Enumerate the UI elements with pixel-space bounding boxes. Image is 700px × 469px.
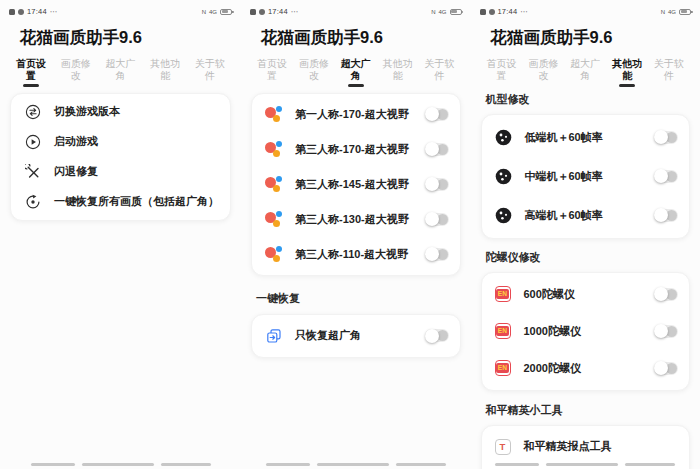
- network-icon: 4G: [668, 9, 676, 15]
- menu-item-label: 切换游戏版本: [54, 104, 219, 119]
- clock: 17:44: [498, 7, 518, 16]
- fov-option-row: 第三人称-170-超大视野: [252, 132, 460, 167]
- gyro-toggle[interactable]: [654, 325, 678, 338]
- tab-other-functions[interactable]: 其他功 能: [612, 58, 642, 87]
- fov-options-card: 第一人称-170-超大视野 第三人称-170-超大视野 第三人称-145-超大视…: [251, 93, 461, 276]
- menu-item-label: 闪退修复: [54, 164, 219, 179]
- tab-other-functions[interactable]: 其他功能: [383, 58, 413, 87]
- colored-dots-icon: [265, 211, 282, 227]
- colored-dots-icon: [265, 106, 282, 122]
- gyro-option-row: EN 600陀螺仪: [482, 276, 690, 313]
- device-model-toggle[interactable]: [654, 209, 678, 222]
- navigation-hint-bars[interactable]: [0, 463, 241, 467]
- network-icon: 4G: [209, 9, 217, 15]
- device-model-row: 低端机＋60帧率: [482, 118, 690, 157]
- page-title: 花猫画质助手9.6: [491, 27, 700, 49]
- tab-quality-mod[interactable]: 画质修改: [528, 58, 558, 87]
- device-model-row: 高端机＋60帧率: [482, 196, 690, 235]
- phone-screen-home: 17:44 ⋯ N 4G 花猫画质助手9.6 首页设 置 画质修改 超大广角 其…: [0, 0, 241, 469]
- tab-about[interactable]: 关于软件: [654, 58, 684, 87]
- t-badge-icon: T: [495, 439, 511, 455]
- cookie-icon: [495, 168, 512, 185]
- fov-option-row: 第三人称-110-超大视野: [252, 237, 460, 272]
- navigation-hint-bars[interactable]: [471, 463, 700, 467]
- phone-screen-wide-angle: 17:44 ⋯ N 4G 花猫画质助手9.6 首页设置 画质修改 超大广 角 其…: [241, 0, 471, 469]
- battery-icon: [679, 9, 691, 15]
- colored-dots-icon: [265, 246, 282, 262]
- launch-game-icon: [24, 133, 41, 150]
- crash-fix-icon: [24, 163, 41, 180]
- tab-bar: 首页设置 画质修改 超大广角 其他功 能 关于软件: [471, 58, 700, 87]
- notification-icon: [18, 9, 24, 15]
- device-model-toggle[interactable]: [654, 131, 678, 144]
- gyro-option-label: 1000陀螺仪: [524, 324, 642, 339]
- tab-wide-angle[interactable]: 超大广角: [570, 58, 600, 87]
- fov-option-label: 第三人称-110-超大视野: [295, 247, 412, 262]
- gyro-option-label: 600陀螺仪: [524, 287, 642, 302]
- gyro-toggle[interactable]: [654, 362, 678, 375]
- section-header-one-key-restore: 一键恢复: [256, 291, 471, 306]
- notification-icon: [259, 9, 265, 15]
- fov-toggle[interactable]: [425, 108, 449, 121]
- fov-option-label: 第一人称-170-超大视野: [295, 107, 412, 122]
- fov-option-row: 第一人称-170-超大视野: [252, 97, 460, 132]
- menu-item-restore-all[interactable]: 一键恢复所有画质（包括超广角）: [11, 187, 230, 217]
- tab-about[interactable]: 关于软件: [425, 58, 455, 87]
- restore-toggle[interactable]: [425, 329, 449, 342]
- tab-quality-mod[interactable]: 画质修改: [61, 58, 91, 87]
- clock: 17:44: [27, 7, 47, 16]
- restore-wide-angle-icon: [265, 327, 282, 344]
- tab-home-settings[interactable]: 首页设置: [487, 58, 517, 87]
- menu-item-label: 启动游戏: [54, 134, 219, 149]
- navigation-hint-bars[interactable]: [241, 463, 471, 467]
- menu-item-launch-game[interactable]: 启动游戏: [11, 127, 230, 157]
- status-bar: 17:44 ⋯ N 4G: [471, 0, 700, 18]
- tab-wide-angle[interactable]: 超大广角: [106, 58, 136, 87]
- gyro-option-label: 2000陀螺仪: [524, 361, 642, 376]
- menu-item-crash-fix[interactable]: 闪退修复: [11, 157, 230, 187]
- colored-dots-icon: [265, 176, 282, 192]
- tab-bar: 首页设置 画质修改 超大广 角 其他功能 关于软件: [241, 58, 471, 87]
- tab-about[interactable]: 关于软件: [195, 58, 225, 87]
- restore-card: 只恢复超广角: [251, 314, 461, 358]
- menu-item-switch-version[interactable]: 切换游戏版本: [11, 97, 230, 127]
- tab-wide-angle[interactable]: 超大广 角: [341, 58, 371, 87]
- tab-other-functions[interactable]: 其他功能: [150, 58, 180, 87]
- tool-item-callout[interactable]: T 和平精英报点工具: [482, 429, 690, 465]
- device-model-label: 中端机＋60帧率: [525, 169, 642, 184]
- fov-toggle[interactable]: [425, 248, 449, 261]
- fov-toggle[interactable]: [425, 213, 449, 226]
- device-model-card: 低端机＋60帧率 中端机＋60帧率: [481, 114, 691, 239]
- tab-home-settings[interactable]: 首页设 置: [16, 58, 46, 87]
- gyro-option-row: EN 2000陀螺仪: [482, 350, 690, 387]
- more-dots: ⋯: [291, 7, 298, 16]
- triple-screenshot-strip: 17:44 ⋯ N 4G 花猫画质助手9.6 首页设 置 画质修改 超大广角 其…: [0, 0, 700, 469]
- section-header-device-model: 机型修改: [486, 92, 700, 107]
- tab-bar: 首页设 置 画质修改 超大广角 其他功能 关于软件: [0, 58, 241, 87]
- active-tab-underline: [23, 84, 39, 87]
- phone-screen-other-functions: 17:44 ⋯ N 4G 花猫画质助手9.6 首页设置 画质修改 超大广角 其他…: [471, 0, 700, 469]
- notification-icon: [489, 9, 495, 15]
- status-bar: 17:44 ⋯ N 4G: [0, 0, 241, 18]
- status-bar: 17:44 ⋯ N 4G: [241, 0, 471, 18]
- en-badge-icon: EN: [495, 286, 511, 302]
- nfc-icon: N: [431, 9, 435, 15]
- tab-home-settings[interactable]: 首页设置: [257, 58, 287, 87]
- fov-toggle[interactable]: [425, 178, 449, 191]
- page-title: 花猫画质助手9.6: [20, 27, 241, 49]
- tab-quality-mod[interactable]: 画质修改: [299, 58, 329, 87]
- device-model-toggle[interactable]: [654, 170, 678, 183]
- fov-option-row: 第三人称-145-超大视野: [252, 167, 460, 202]
- more-dots: ⋯: [520, 7, 527, 16]
- gyro-option-row: EN 1000陀螺仪: [482, 313, 690, 350]
- cookie-icon: [495, 207, 512, 224]
- gyro-toggle[interactable]: [654, 288, 678, 301]
- device-model-label: 高端机＋60帧率: [525, 208, 642, 223]
- notification-icon: [9, 9, 15, 15]
- fov-option-label: 第三人称-170-超大视野: [295, 142, 412, 157]
- restore-option-row: 只恢复超广角: [252, 318, 460, 354]
- fov-toggle[interactable]: [425, 143, 449, 156]
- more-dots: ⋯: [50, 7, 57, 16]
- switch-version-icon: [24, 103, 41, 120]
- fov-option-label: 第三人称-130-超大视野: [295, 212, 412, 227]
